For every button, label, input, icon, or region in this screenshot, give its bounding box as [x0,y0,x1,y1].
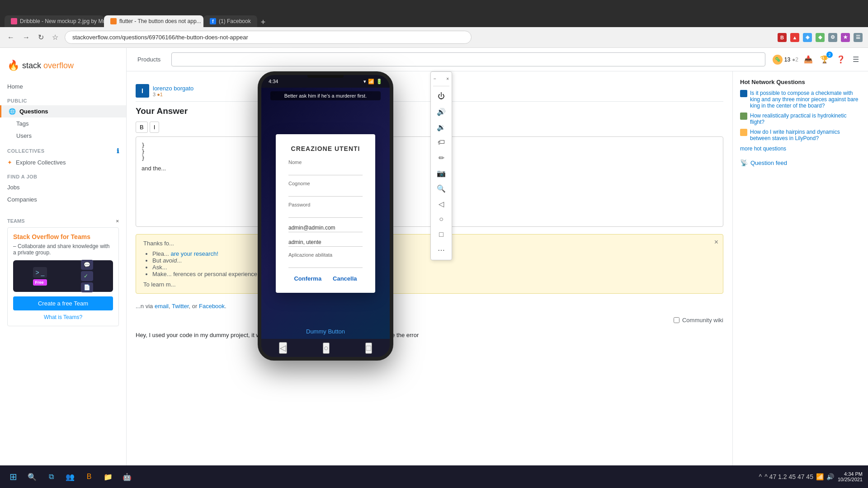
teams-close-icon[interactable]: × [116,218,119,224]
companies-label: Companies [7,196,37,203]
brave-taskbar-button[interactable]: B [81,469,97,484]
phone-notch [307,75,344,78]
ext5[interactable]: ⚙ [828,33,837,42]
wifi-icon[interactable]: 📶 [816,473,824,480]
collectives-nav: ✦ Explore Collectives [0,156,126,169]
bold-button[interactable]: B [136,122,148,133]
user-badges: ●1 [157,92,163,97]
hint-close-button[interactable]: × [714,238,718,246]
tab-stackoverflow[interactable]: flutter - The button does not app... × [104,15,203,27]
back-button[interactable]: ← [5,32,16,43]
brave-ext[interactable]: B [778,33,787,42]
tab-dribbble[interactable]: Dribbble - New mockup 2.jpg by Muh... [5,15,104,27]
sidebar-item-users[interactable]: Users [0,130,126,142]
user-score-row: 3 ●1 [153,92,193,97]
teams-taskbar-button[interactable]: 👥 [62,469,78,484]
editor-area[interactable]: }}} and the... [136,136,723,227]
public-label: PUBLIC [7,98,27,103]
sidebar-item-jobs[interactable]: Jobs [0,181,126,193]
collectives-icon: ✦ [7,159,12,166]
email-link[interactable]: email [155,303,169,310]
toolbar-power[interactable]: ⏻ [433,89,449,103]
toolbar-tag[interactable]: 🏷 [433,135,449,150]
ext6[interactable]: ★ [841,33,850,42]
facebook-link[interactable]: Facebook [199,303,225,310]
recents-nav-button[interactable]: □ [365,343,372,354]
dummy-button[interactable]: Dummy Button [306,328,345,335]
more-hot-link[interactable]: more hot questions [740,145,861,152]
toolbar-circle[interactable]: ○ [433,212,449,226]
hot-question-1[interactable]: Is it possible to compose a checkmate wi… [740,90,861,109]
user-name-link[interactable]: lorenzo borgato [153,85,193,92]
home-nav-button[interactable]: ○ [323,343,330,354]
tab-facebook[interactable]: f (1) Facebook [203,15,257,27]
sidebar-item-explore[interactable]: ✦ Explore Collectives [0,156,126,169]
taskview-button[interactable]: ⧉ [43,469,59,484]
header-search-input[interactable] [171,52,765,66]
dialog-field-2: Cognome [288,181,363,197]
bookmark-button[interactable]: ☆ [50,31,60,43]
toolbar-back-arrow[interactable]: ◁ [433,197,449,211]
hot-question-3[interactable]: How do I write hairpins and dynamics bet… [740,129,861,141]
dialog-input-cognome[interactable] [288,188,363,197]
achievements-button[interactable]: 🏆 2 [818,53,831,66]
header-products[interactable]: Products [134,53,164,66]
sidebar-item-home[interactable]: Home [0,80,126,93]
rep-score: 13 [784,56,790,63]
volume-icon[interactable]: 🔊 [826,473,834,480]
inbox-button[interactable]: 📥 [802,53,815,66]
menu-button[interactable]: ☰ [851,53,861,66]
question-feed-link[interactable]: 📡 Question feed [740,159,861,166]
so-logo[interactable]: 🔥 stack overflow [7,60,74,71]
dialog-input-nome[interactable] [288,167,363,175]
back-nav-button[interactable]: ◁ [279,342,287,354]
new-tab-button[interactable]: + [257,18,269,27]
tray-arrow[interactable]: ^ [759,473,762,480]
forward-button[interactable]: → [21,32,32,43]
dialog-confirm-button[interactable]: Conferma [294,275,321,282]
toolbar-camera[interactable]: 📷 [433,166,449,180]
your-answer-heading: Your Answer [136,106,723,116]
dialog-input-email[interactable] [288,224,363,232]
reload-button[interactable]: ↻ [36,31,46,43]
hint-text: Thanks fo... [143,240,716,247]
what-is-teams-link[interactable]: What is Teams? [13,314,113,320]
dialog-cancel-button[interactable]: Cancella [333,275,357,282]
toolbar-pencil[interactable]: ✏ [433,150,449,165]
ext2[interactable]: ▲ [790,33,799,42]
ext3[interactable]: ◈ [803,33,812,42]
phone-time: 4:34 [269,79,278,84]
android-taskbar-button[interactable]: 🤖 [119,469,135,484]
start-button[interactable]: ⊞ [5,469,21,484]
create-team-button[interactable]: Create a free Team [13,296,113,310]
help-button[interactable]: ❓ [835,53,847,66]
collectives-info-icon[interactable]: ℹ [117,147,119,155]
files-taskbar-button[interactable]: 📁 [100,469,116,484]
address-input[interactable] [65,31,472,44]
sidebar-item-companies[interactable]: Companies [0,193,126,206]
user-avatar: 🦠 [773,55,783,65]
dialog-input-app[interactable] [288,259,363,268]
questions-label: Questions [19,108,48,115]
community-wiki-checkbox[interactable] [674,317,679,323]
tab-facebook-label: (1) Facebook [219,18,251,24]
taskbar: ⊞ 🔍 ⧉ 👥 B 📁 🤖 ^ ^ 47 1.2 45 47 45 📶 🔊 4:… [0,465,868,488]
toolbar-square[interactable]: □ [433,227,449,242]
dialog-input-password[interactable] [288,209,363,218]
toolbar-close[interactable]: × [446,76,449,81]
twitter-link[interactable]: Twitter [172,303,189,310]
sidebar-item-questions[interactable]: 🌐 Questions [0,105,126,117]
toolbar-more[interactable]: ⋯ [433,243,449,257]
toolbar-minimize[interactable]: − [434,76,436,81]
ext4[interactable]: ◆ [816,33,825,42]
search-taskbar-button[interactable]: 🔍 [24,469,40,484]
sidebar-item-tags[interactable]: Tags [0,117,126,130]
research-link[interactable]: are your research! [170,250,218,257]
hot-question-2[interactable]: How realistically practical is hydrokine… [740,113,861,125]
toolbar-zoom[interactable]: 🔍 [433,181,449,196]
dialog-input-roles[interactable] [288,238,363,247]
italic-button[interactable]: I [150,122,160,133]
ext7[interactable]: ☰ [854,33,863,42]
toolbar-volume-down[interactable]: 🔉 [433,120,449,134]
toolbar-volume-up[interactable]: 🔊 [433,104,449,119]
